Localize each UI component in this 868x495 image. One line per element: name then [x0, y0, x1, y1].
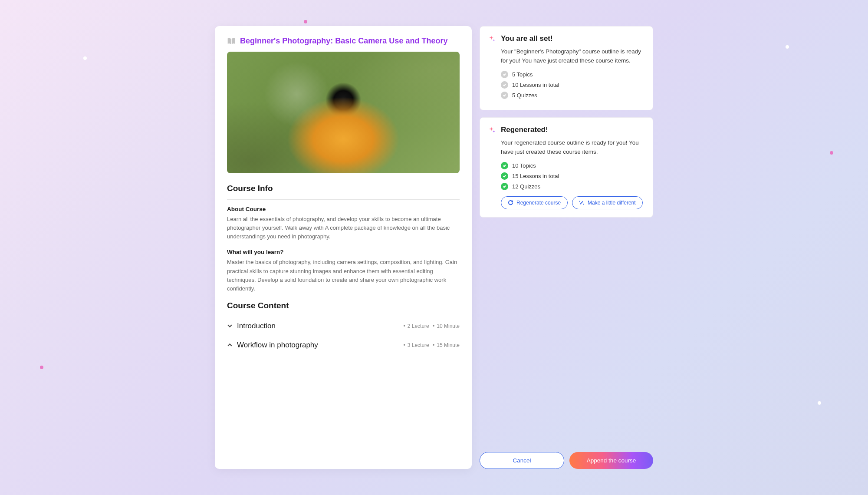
- content-item-meta: •2 Lecture •10 Minute: [401, 323, 460, 329]
- divider: [227, 199, 460, 200]
- regenerate-course-button[interactable]: Regenerate course: [501, 196, 568, 209]
- what-learn-heading: What will you learn?: [227, 249, 460, 255]
- check-topics: 10 Topics: [501, 162, 644, 169]
- content-item-title: Workflow in photography: [237, 341, 318, 350]
- status-title: You are all set!: [501, 34, 644, 43]
- status-desc: Your regenerated course outline is ready…: [501, 139, 644, 157]
- status-panel: You are all set! Your "Beginner's Photog…: [480, 26, 653, 469]
- chevron-down-icon: [227, 323, 233, 329]
- cancel-button[interactable]: Cancel: [480, 452, 564, 469]
- about-course-heading: About Course: [227, 206, 460, 212]
- status-desc: Your "Beginner's Photography" course out…: [501, 47, 644, 66]
- check-topics: 5 Topics: [501, 71, 644, 78]
- sparkle-icon: [489, 36, 496, 43]
- check-quizzes: 5 Quizzes: [501, 92, 644, 99]
- status-card-regenerated: Regenerated! Your regenerated course out…: [480, 117, 653, 218]
- content-item-meta: •3 Lecture •15 Minute: [401, 342, 460, 348]
- wand-icon: [579, 200, 585, 205]
- check-icon: [501, 172, 508, 180]
- content-item-title: Introduction: [237, 322, 276, 330]
- refresh-icon: [508, 200, 513, 205]
- content-item-workflow[interactable]: Workflow in photography •3 Lecture •15 M…: [227, 336, 460, 355]
- course-title: Beginner's Photography: Basic Camera Use…: [240, 36, 447, 46]
- chevron-up-icon: [227, 342, 233, 348]
- course-info-heading: Course Info: [227, 184, 460, 193]
- what-learn-text: Master the basics of photography, includ…: [227, 258, 460, 293]
- check-lessons: 15 Lessons in total: [501, 172, 644, 180]
- course-hero-image: [227, 52, 460, 173]
- book-icon: [227, 37, 236, 45]
- status-title: Regenerated!: [501, 125, 644, 134]
- check-icon: [501, 92, 508, 99]
- course-preview-panel: Beginner's Photography: Basic Camera Use…: [215, 26, 472, 469]
- check-icon: [501, 71, 508, 78]
- check-lessons: 10 Lessons in total: [501, 81, 644, 89]
- check-quizzes: 12 Quizzes: [501, 183, 644, 190]
- check-icon: [501, 81, 508, 89]
- course-content-heading: Course Content: [227, 301, 460, 310]
- sparkle-icon: [489, 127, 496, 134]
- about-course-text: Learn all the essentials of photography,…: [227, 215, 460, 241]
- make-different-button[interactable]: Make a little different: [572, 196, 643, 209]
- footer-actions: Cancel Append the course: [480, 443, 653, 469]
- check-icon: [501, 183, 508, 190]
- check-icon: [501, 162, 508, 169]
- content-item-introduction[interactable]: Introduction •2 Lecture •10 Minute: [227, 317, 460, 336]
- append-course-button[interactable]: Append the course: [569, 452, 653, 469]
- status-card-allset: You are all set! Your "Beginner's Photog…: [480, 26, 653, 110]
